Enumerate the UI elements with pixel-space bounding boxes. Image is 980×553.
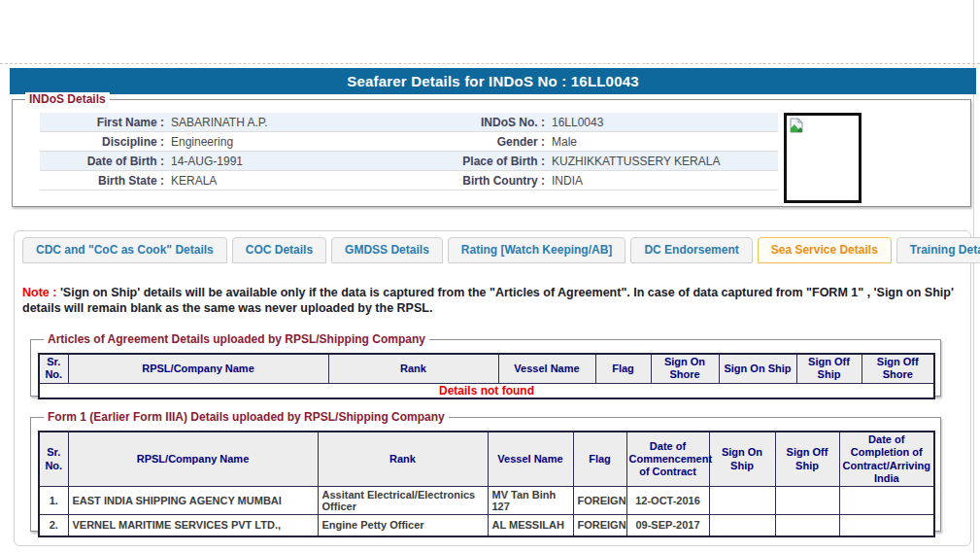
field-label-indos-no: INDoS No. :	[419, 116, 545, 129]
tab-gmdss-details[interactable]: GMDSS Details	[331, 237, 443, 263]
indos-details-section: INDoS Details First Name :SABARINATH A.P…	[12, 99, 971, 207]
table-cell	[839, 487, 934, 515]
form1-legend: Form 1 (Earlier Form IIIA) Details uploa…	[44, 410, 449, 424]
empty-message: Details not found	[39, 383, 934, 398]
field-value-date-of-birth: 14-AUG-1991	[164, 155, 419, 168]
table-cell	[839, 515, 934, 536]
column-header-sr-no: Sr. No.	[39, 354, 68, 383]
column-header-date-of-completion-of-contract-arriving-india: Date of Completion of Contract/Arriving …	[839, 432, 934, 486]
table-header-row: Sr. No.RPSL/Company NameRankVessel NameF…	[39, 432, 934, 486]
table-cell: 2.	[39, 515, 68, 536]
table-cell	[775, 487, 839, 515]
field-label-discipline: Discipline :	[40, 135, 164, 149]
form1-section: Form 1 (Earlier Form IIIA) Details uploa…	[30, 417, 941, 532]
column-header-sign-off-ship: Sign Off Ship	[796, 354, 862, 383]
top-divider-line	[0, 63, 980, 64]
articles-legend: Articles of Agreement Details uploaded b…	[44, 332, 429, 346]
note-prefix: Note :	[22, 286, 56, 299]
indos-row: Birth State :KERALABirth Country :INDIA	[40, 171, 778, 190]
field-value-first-name: SABARINATH A.P.	[164, 116, 419, 129]
column-header-flag: Flag	[573, 432, 626, 486]
table-cell: Engine Petty Officer	[318, 515, 488, 536]
articles-of-agreement-section: Articles of Agreement Details uploaded b…	[30, 339, 941, 397]
column-header-sign-off-ship: Sign Off Ship	[775, 432, 839, 486]
broken-image-icon	[789, 118, 804, 133]
column-header-rank: Rank	[318, 432, 488, 486]
table-cell: EAST INDIA SHIPPING AGENCY MUMBAI	[68, 487, 318, 515]
column-header-sr-no: Sr. No.	[39, 432, 68, 486]
column-header-sign-on-ship: Sign On Ship	[719, 354, 796, 383]
note-text: Note : 'Sign on Ship' details will be av…	[22, 286, 962, 316]
indos-row: Date of Birth :14-AUG-1991Place of Birth…	[40, 152, 778, 171]
tab-panel: CDC and "CoC as Cook" DetailsCOC Details…	[14, 230, 971, 546]
table-cell: FOREIGN	[573, 487, 626, 515]
table-cell: FOREIGN	[573, 515, 626, 536]
table-cell: VERNEL MARITIME SERVICES PVT LTD.,	[68, 515, 318, 536]
articles-table: Sr. No.RPSL/Company NameRankVessel NameF…	[38, 353, 935, 398]
table-cell: 12-OCT-2016	[626, 487, 709, 515]
table-row: 2.VERNEL MARITIME SERVICES PVT LTD.,Engi…	[39, 515, 934, 536]
field-value-indos-no: 16LL0043	[545, 116, 778, 129]
tabs-row: CDC and "CoC as Cook" DetailsCOC Details…	[22, 237, 970, 263]
field-value-gender: Male	[545, 135, 778, 149]
tab-rating-watch-keeping-ab[interactable]: Rating [Watch Keeping/AB]	[448, 237, 626, 263]
table-cell	[775, 515, 839, 536]
field-value-discipline: Engineering	[164, 135, 419, 149]
table-cell: Assitant Electrical/Electronics Officer	[318, 487, 488, 515]
tab-cdc-and-coc-as-cook-details[interactable]: CDC and "CoC as Cook" Details	[22, 237, 227, 263]
field-label-birth-state: Birth State :	[40, 174, 164, 188]
tab-sea-service-details[interactable]: Sea Service Details	[758, 237, 892, 263]
column-header-rank: Rank	[328, 354, 498, 383]
field-label-birth-country: Birth Country :	[419, 174, 545, 188]
table-cell	[709, 515, 775, 536]
table-cell: 1.	[39, 487, 68, 515]
column-header-date-of-commencement-of-contract: Date of Commencement of Contract	[626, 432, 709, 486]
column-header-rpsl-company-name: RPSL/Company Name	[68, 354, 328, 383]
indos-row: First Name :SABARINATH A.P.INDoS No. :16…	[40, 113, 778, 132]
form1-table: Sr. No.RPSL/Company NameRankVessel NameF…	[38, 431, 935, 536]
column-header-sign-on-ship: Sign On Ship	[709, 432, 775, 486]
page-title: Seafarer Details for INDoS No : 16LL0043	[10, 68, 976, 94]
table-row: 1.EAST INDIA SHIPPING AGENCY MUMBAIAssit…	[39, 487, 934, 515]
indos-row: Discipline :EngineeringGender :Male	[40, 132, 778, 152]
tab-training-details[interactable]: Training Details	[896, 237, 980, 263]
table-header-row: Sr. No.RPSL/Company NameRankVessel NameF…	[39, 354, 934, 383]
seafarer-photo	[784, 113, 862, 203]
table-cell: 09-SEP-2017	[626, 515, 709, 536]
note-body: 'Sign on Ship' details will be available…	[22, 286, 954, 315]
field-value-place-of-birth: KUZHIKKATTUSSERY KERALA	[545, 155, 778, 168]
field-value-birth-state: KERALA	[164, 174, 419, 188]
column-header-sign-off-shore: Sign Off Shore	[862, 354, 934, 383]
table-cell: AL MESSILAH	[488, 515, 573, 536]
field-label-place-of-birth: Place of Birth :	[419, 155, 545, 168]
table-cell	[709, 487, 775, 515]
table-row: Details not found	[39, 383, 934, 398]
column-header-vessel-name: Vessel Name	[498, 354, 595, 383]
column-header-rpsl-company-name: RPSL/Company Name	[68, 432, 318, 486]
table-cell: MV Tan Binh 127	[488, 487, 573, 515]
tab-coc-details[interactable]: COC Details	[232, 237, 326, 263]
column-header-flag: Flag	[595, 354, 651, 383]
field-label-date-of-birth: Date of Birth :	[40, 155, 164, 168]
field-label-gender: Gender :	[419, 135, 545, 149]
indos-details-legend: INDoS Details	[25, 92, 110, 106]
field-label-first-name: First Name :	[40, 116, 164, 129]
column-header-sign-on-shore: Sign On Shore	[651, 354, 719, 383]
column-header-vessel-name: Vessel Name	[488, 432, 573, 486]
tab-dc-endorsement[interactable]: DC Endorsement	[630, 237, 752, 263]
field-value-birth-country: INDIA	[545, 174, 778, 188]
indos-rows: First Name :SABARINATH A.P.INDoS No. :16…	[40, 113, 778, 190]
